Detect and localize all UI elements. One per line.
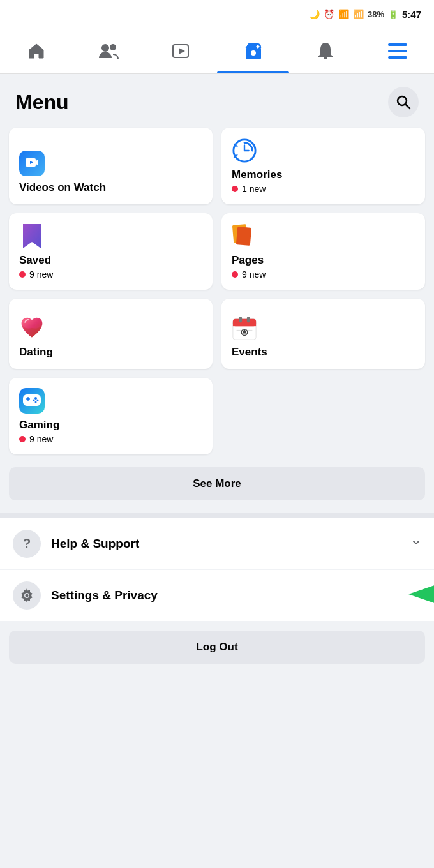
home-icon: [27, 41, 46, 61]
help-support-item[interactable]: ? Help & Support: [0, 518, 434, 570]
svg-point-0: [101, 44, 109, 52]
pages-icon-wrap: [232, 223, 257, 249]
dating-icon-wrap: [19, 315, 45, 341]
memories-card[interactable]: Memories 1 new: [221, 128, 425, 204]
nav-marketplace[interactable]: [217, 28, 289, 73]
svg-marker-3: [179, 48, 185, 54]
svg-rect-21: [247, 317, 250, 323]
marketplace-icon: [244, 41, 263, 61]
nav-notifications[interactable]: [289, 28, 361, 73]
nav-home[interactable]: [0, 28, 72, 73]
svg-rect-9: [388, 56, 407, 59]
see-more-button[interactable]: See More: [9, 467, 425, 500]
gaming-badge: 9 new: [19, 434, 202, 444]
logout-label: Log Out: [196, 641, 237, 654]
svg-point-37: [26, 594, 29, 597]
svg-rect-19: [233, 322, 256, 326]
events-calendar-icon: [232, 315, 257, 341]
status-icons: 🌙 ⏰ 📶 📶 38% 🔋 5:47: [309, 9, 421, 20]
memories-icon-wrap: [232, 138, 257, 163]
events-card[interactable]: Events: [221, 299, 425, 369]
saved-badge: 9 new: [19, 269, 202, 280]
nav-menu[interactable]: [362, 28, 434, 73]
saved-card[interactable]: Saved 9 new: [9, 213, 213, 290]
memories-badge-dot: [232, 186, 238, 192]
main-content: Menu Videos on Watch: [0, 74, 434, 664]
search-icon: [396, 94, 411, 110]
friends-icon: [98, 41, 119, 61]
svg-line-11: [406, 105, 410, 109]
video-play-icon: [25, 156, 39, 170]
svg-rect-16: [236, 227, 251, 246]
memories-badge: 1 new: [232, 184, 415, 194]
menu-grid: Videos on Watch Memories 1 new: [0, 128, 434, 463]
watch-icon: [171, 41, 190, 61]
menu-header: Menu: [0, 74, 434, 128]
svg-text:?: ?: [23, 536, 31, 550]
status-time: 5:47: [402, 9, 421, 20]
page-title: Menu: [15, 91, 69, 114]
videos-on-watch-card[interactable]: Videos on Watch: [9, 128, 213, 204]
section-divider: [0, 513, 434, 518]
moon-icon: 🌙: [309, 9, 320, 19]
svg-point-32: [37, 400, 39, 401]
dating-label: Dating: [19, 346, 202, 359]
memories-label: Memories: [232, 168, 415, 181]
svg-rect-8: [388, 50, 407, 52]
search-button[interactable]: [388, 87, 419, 117]
logout-button[interactable]: Log Out: [9, 631, 425, 664]
battery-text: 38%: [368, 10, 384, 19]
gaming-label: Gaming: [19, 419, 202, 431]
wifi-icon: 📶: [338, 9, 349, 19]
signal-icon: 📶: [353, 9, 364, 19]
dating-heart-icon: [19, 315, 45, 341]
svg-point-1: [110, 44, 116, 50]
battery-icon: 🔋: [388, 10, 398, 19]
question-mark-icon: ?: [19, 536, 34, 551]
saved-badge-dot: [19, 271, 26, 278]
settings-privacy-item[interactable]: Settings & Privacy: [0, 570, 434, 622]
svg-rect-29: [27, 397, 29, 401]
svg-point-5: [251, 50, 256, 56]
svg-point-33: [35, 401, 37, 403]
nav-watch[interactable]: [145, 28, 217, 73]
help-icon-wrap: ?: [13, 530, 41, 558]
status-bar: 🌙 ⏰ 📶 📶 38% 🔋 5:47: [0, 0, 434, 28]
memories-badge-text: 1 new: [242, 184, 266, 194]
saved-icon-wrap: [19, 223, 45, 249]
menu-icon: [388, 43, 407, 59]
pages-label: Pages: [232, 254, 415, 267]
nav-bar: [0, 28, 434, 74]
videos-on-watch-label: Videos on Watch: [19, 181, 202, 194]
pages-badge: 9 new: [232, 269, 415, 280]
see-more-label: See More: [193, 477, 241, 490]
pages-badge-dot: [232, 271, 238, 278]
bell-icon: [317, 41, 334, 61]
events-icon-wrap: [232, 315, 257, 341]
gaming-icon-wrap: [19, 388, 45, 414]
gaming-card[interactable]: Gaming 9 new: [9, 378, 213, 454]
help-support-label: Help & Support: [51, 537, 401, 551]
nav-friends[interactable]: [72, 28, 144, 73]
svg-rect-20: [239, 317, 242, 323]
svg-point-30: [34, 397, 37, 400]
memories-clock-icon: [232, 137, 257, 164]
alarm-icon: ⏰: [324, 9, 334, 19]
chevron-down-icon: [411, 537, 421, 551]
dating-card[interactable]: Dating: [9, 299, 213, 369]
pages-flag-icon: [232, 223, 257, 249]
pages-badge-text: 9 new: [242, 269, 266, 280]
svg-rect-7: [388, 43, 407, 46]
videos-icon-wrap: [19, 151, 45, 176]
events-label: Events: [232, 346, 415, 359]
saved-label: Saved: [19, 254, 202, 267]
gaming-badge-dot: [19, 436, 26, 442]
settings-privacy-label: Settings & Privacy: [51, 588, 421, 602]
gaming-controller-icon: [22, 392, 42, 410]
pages-card[interactable]: Pages 9 new: [221, 213, 425, 290]
saved-badge-text: 9 new: [29, 269, 53, 280]
bookmark-icon: [20, 223, 43, 250]
gaming-badge-text: 9 new: [29, 434, 53, 444]
svg-point-31: [33, 400, 35, 401]
settings-icon-wrap: [13, 581, 41, 610]
